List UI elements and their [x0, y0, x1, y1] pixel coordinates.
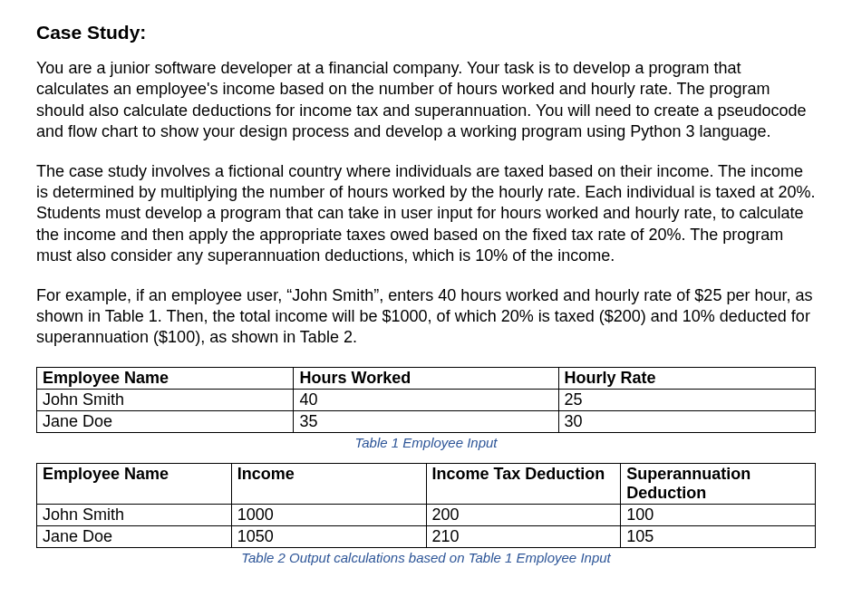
paragraph-2: The case study involves a fictional coun…	[36, 161, 816, 267]
cell-hours: 40	[294, 389, 558, 410]
table-row: Jane Doe 35 30	[37, 410, 816, 432]
paragraph-1: You are a junior software developer at a…	[36, 58, 816, 143]
col-tax-deduction: Income Tax Deduction	[426, 463, 621, 504]
col-hours-worked: Hours Worked	[294, 367, 558, 389]
document-page: Case Study: You are a junior software de…	[0, 0, 852, 616]
cell-name: John Smith	[37, 504, 232, 525]
cell-income: 1050	[231, 525, 426, 547]
col-super-deduction: Superannuation Deduction	[621, 463, 816, 504]
cell-tax: 200	[426, 504, 621, 525]
table-row: John Smith 40 25	[37, 389, 816, 410]
col-employee-name: Employee Name	[37, 463, 232, 504]
table-header-row: Employee Name Income Income Tax Deductio…	[37, 463, 816, 504]
cell-rate: 25	[558, 389, 815, 410]
cell-tax: 210	[426, 525, 621, 547]
cell-super: 100	[621, 504, 816, 525]
table-output-calculations: Employee Name Income Income Tax Deductio…	[36, 463, 816, 548]
cell-name: Jane Doe	[37, 525, 232, 547]
cell-name: John Smith	[37, 389, 294, 410]
table-row: John Smith 1000 200 100	[37, 504, 816, 525]
table-1-caption: Table 1 Employee Input	[36, 435, 816, 450]
cell-hours: 35	[294, 410, 558, 432]
paragraph-3: For example, if an employee user, “John …	[36, 285, 816, 349]
cell-name: Jane Doe	[37, 410, 294, 432]
cell-rate: 30	[558, 410, 815, 432]
cell-income: 1000	[231, 504, 426, 525]
col-employee-name: Employee Name	[37, 367, 294, 389]
table-2-caption: Table 2 Output calculations based on Tab…	[36, 550, 816, 565]
page-title: Case Study:	[36, 22, 816, 43]
col-hourly-rate: Hourly Rate	[558, 367, 815, 389]
table-row: Jane Doe 1050 210 105	[37, 525, 816, 547]
col-income: Income	[231, 463, 426, 504]
table-employee-input: Employee Name Hours Worked Hourly Rate J…	[36, 367, 816, 433]
table-header-row: Employee Name Hours Worked Hourly Rate	[37, 367, 816, 389]
cell-super: 105	[621, 525, 816, 547]
